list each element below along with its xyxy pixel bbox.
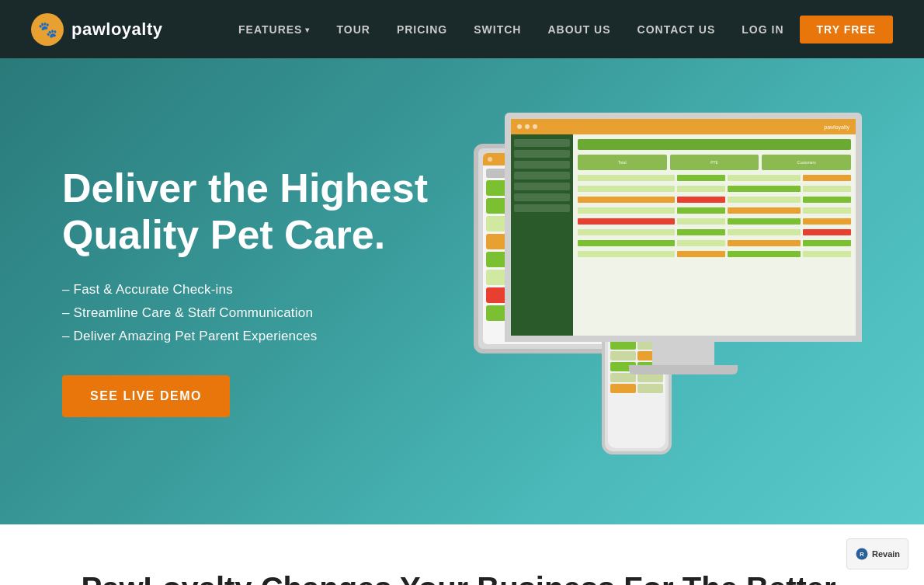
hero-features: – Fast & Accurate Check-ins – Streamline…	[62, 282, 450, 344]
logo[interactable]: 🐾 pawloyalty	[31, 13, 162, 46]
table-cell	[803, 240, 851, 246]
bottom-title: PawLoyalty Changes Your Business For The…	[31, 571, 893, 585]
logo-paw: 🐾	[38, 20, 57, 39]
revain-badge[interactable]: R Revain	[846, 538, 908, 569]
table-cell	[728, 229, 801, 235]
nav-contact[interactable]: CONTACT US	[627, 17, 727, 42]
desktop-mockup: pawloyalty Total	[505, 113, 862, 377]
revain-icon: R	[855, 547, 869, 561]
tablet-dot	[488, 157, 492, 162]
phone-cell	[610, 384, 636, 393]
monitor-brand: pawloyalty	[824, 124, 849, 130]
table-row	[578, 197, 851, 203]
hero-feature-2: – Streamline Care & Staff Communication	[62, 305, 450, 321]
table-row	[578, 240, 851, 246]
table-cell	[803, 218, 851, 225]
monitor-bar: pawloyalty	[511, 119, 856, 134]
sidebar-item	[514, 161, 570, 169]
table-cell	[578, 197, 675, 203]
see-live-demo-button[interactable]: SEE LIVE DEMO	[62, 375, 230, 417]
monitor-stat: Customers	[762, 155, 851, 170]
hero-section: Deliver the Highest Quality Pet Care. – …	[0, 58, 924, 524]
sidebar-item	[514, 150, 570, 158]
table-row	[578, 229, 851, 235]
phone-row	[610, 384, 663, 393]
table-row	[578, 251, 851, 257]
table-cell	[728, 251, 801, 257]
monitor-stand-base	[629, 365, 738, 374]
table-cell	[728, 207, 801, 214]
table-cell	[578, 251, 675, 257]
monitor-sidebar	[511, 134, 573, 336]
monitor-dot	[533, 124, 537, 129]
table-cell	[578, 175, 675, 181]
table-row	[578, 186, 851, 192]
logo-icon: 🐾	[31, 13, 64, 46]
monitor-stand	[652, 342, 714, 365]
monitor-dot	[517, 124, 522, 129]
monitor-main-header	[578, 139, 851, 150]
bottom-section: PawLoyalty Changes Your Business For The…	[0, 524, 924, 585]
sidebar-item	[514, 139, 570, 147]
table-cell	[677, 207, 725, 214]
nav-features[interactable]: FEATURES ▾	[228, 17, 321, 42]
table-row	[578, 207, 851, 214]
table-cell	[578, 207, 675, 214]
table-cell	[803, 175, 851, 181]
navbar: 🐾 pawloyalty FEATURES ▾ TOUR PRICING SWI…	[0, 0, 924, 58]
nav-switch[interactable]: SWITCH	[463, 17, 532, 42]
nav-login[interactable]: LOG IN	[731, 17, 794, 42]
hero-content: Deliver the Highest Quality Pet Care. – …	[62, 165, 450, 417]
hero-feature-1: – Fast & Accurate Check-ins	[62, 282, 450, 298]
monitor-stat: PTE	[670, 155, 759, 170]
table-cell	[677, 218, 725, 225]
svg-text:R: R	[860, 551, 864, 558]
logo-text: pawloyalty	[71, 19, 162, 40]
sidebar-item	[514, 193, 570, 201]
table-cell	[578, 229, 675, 235]
table-cell	[728, 186, 801, 192]
phone-cell	[637, 384, 663, 393]
hero-title: Deliver the Highest Quality Pet Care.	[62, 165, 450, 259]
try-free-button[interactable]: TRY FREE	[800, 16, 893, 44]
table-cell	[677, 229, 725, 235]
table-cell	[728, 218, 801, 225]
table-cell	[803, 186, 851, 192]
monitor-screen: pawloyalty Total	[505, 113, 862, 342]
chevron-down-icon: ▾	[305, 26, 310, 34]
table-cell	[677, 186, 725, 192]
table-cell	[578, 186, 675, 192]
sidebar-item	[514, 204, 570, 212]
monitor-main: Total PTE Customers	[573, 134, 856, 336]
monitor-table	[578, 175, 851, 259]
nav-links: FEATURES ▾ TOUR PRICING SWITCH ABOUT US …	[228, 16, 893, 44]
monitor-content: Total PTE Customers	[511, 134, 856, 336]
monitor-stat: Total	[578, 155, 667, 170]
monitor-dot	[525, 124, 530, 129]
table-row	[578, 218, 851, 225]
table-cell	[578, 240, 675, 246]
sidebar-item	[514, 172, 570, 179]
revain-label: Revain	[872, 549, 900, 559]
hero-feature-3: – Deliver Amazing Pet Parent Experiences	[62, 329, 450, 344]
table-cell	[728, 240, 801, 246]
table-cell	[803, 207, 851, 214]
table-cell	[677, 251, 725, 257]
hero-images: pawloyalty Total	[450, 105, 862, 478]
table-cell	[578, 218, 675, 225]
table-row	[578, 175, 851, 181]
table-cell	[728, 197, 801, 203]
table-cell	[803, 197, 851, 203]
table-cell	[677, 175, 725, 181]
table-cell	[728, 175, 801, 181]
nav-pricing[interactable]: PRICING	[386, 17, 458, 42]
monitor-stats-row: Total PTE Customers	[578, 155, 851, 170]
sidebar-item	[514, 183, 570, 190]
table-cell	[803, 251, 851, 257]
nav-tour[interactable]: TOUR	[325, 17, 380, 42]
table-cell	[677, 197, 725, 203]
nav-about[interactable]: ABOUT US	[537, 17, 621, 42]
table-cell	[677, 240, 725, 246]
table-cell	[803, 229, 851, 235]
